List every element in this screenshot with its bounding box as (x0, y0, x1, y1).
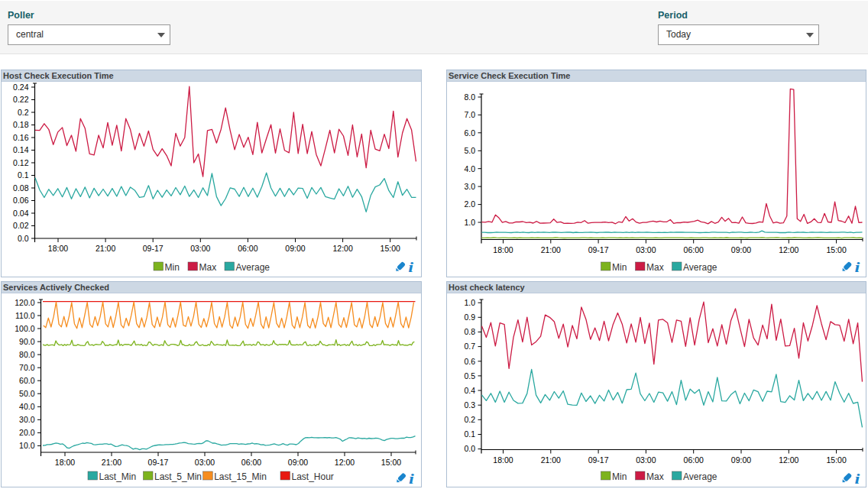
svg-text:0.06: 0.06 (13, 196, 29, 205)
svg-text:03:00: 03:00 (636, 455, 656, 465)
svg-text:21:00: 21:00 (541, 245, 561, 254)
svg-text:0.0: 0.0 (464, 444, 475, 453)
svg-text:Average: Average (236, 262, 270, 273)
svg-text:120.0: 120.0 (15, 298, 34, 307)
svg-text:100.0: 100.0 (15, 324, 34, 333)
svg-text:10.0: 10.0 (19, 441, 35, 450)
svg-text:50.0: 50.0 (19, 389, 35, 398)
svg-text:06:00: 06:00 (241, 458, 261, 467)
svg-text:03:00: 03:00 (195, 458, 215, 467)
svg-text:i: i (855, 259, 861, 276)
svg-text:3.0: 3.0 (464, 182, 475, 191)
svg-text:2.0: 2.0 (464, 199, 475, 209)
svg-text:03:00: 03:00 (190, 244, 210, 253)
svg-text:Average: Average (683, 471, 717, 482)
svg-text:06:00: 06:00 (684, 455, 704, 465)
svg-text:0.6: 0.6 (464, 357, 475, 366)
svg-text:12:00: 12:00 (779, 245, 798, 254)
svg-text:1.0: 1.0 (464, 218, 475, 227)
svg-text:21:00: 21:00 (102, 458, 121, 467)
svg-text:0.9: 0.9 (464, 313, 475, 322)
svg-text:Last_5_Min: Last_5_Min (154, 471, 202, 482)
svg-text:Min: Min (612, 471, 627, 482)
svg-text:09-17: 09-17 (588, 455, 609, 465)
svg-text:i: i (855, 470, 861, 487)
svg-text:09-17: 09-17 (588, 245, 609, 254)
svg-text:60.0: 60.0 (19, 376, 35, 385)
svg-text:0.24: 0.24 (13, 83, 29, 92)
svg-text:0.0: 0.0 (18, 234, 29, 243)
svg-text:40.0: 40.0 (19, 402, 35, 411)
svg-text:06:00: 06:00 (238, 244, 257, 253)
svg-text:0.1: 0.1 (464, 429, 475, 439)
svg-text:Max: Max (646, 471, 664, 482)
svg-text:06:00: 06:00 (684, 245, 704, 254)
svg-text:21:00: 21:00 (541, 455, 561, 465)
svg-text:Average: Average (683, 262, 717, 273)
svg-text:Last_Hour: Last_Hour (292, 471, 334, 482)
svg-text:0.3: 0.3 (464, 400, 475, 410)
svg-text:0.5: 0.5 (464, 371, 475, 381)
svg-text:0.16: 0.16 (13, 133, 29, 142)
svg-text:09:00: 09:00 (731, 455, 751, 465)
svg-text:18:00: 18:00 (493, 245, 513, 254)
svg-text:5.0: 5.0 (464, 146, 475, 155)
svg-text:21:00: 21:00 (96, 244, 115, 253)
svg-text:09-17: 09-17 (148, 458, 169, 467)
svg-text:80.0: 80.0 (19, 350, 35, 359)
svg-text:15:00: 15:00 (381, 458, 401, 467)
svg-text:09:00: 09:00 (731, 245, 751, 254)
svg-text:1.0: 1.0 (464, 298, 475, 307)
svg-text:i: i (408, 259, 414, 276)
svg-text:Max: Max (199, 262, 217, 273)
svg-text:6.0: 6.0 (464, 128, 475, 138)
svg-text:18:00: 18:00 (48, 244, 68, 253)
svg-text:4.0: 4.0 (464, 164, 475, 173)
svg-text:0.04: 0.04 (13, 209, 29, 218)
svg-text:0.7: 0.7 (464, 342, 475, 351)
svg-text:Min: Min (165, 262, 180, 273)
svg-text:Last_15_Min: Last_15_Min (214, 471, 267, 482)
svg-text:12:00: 12:00 (332, 244, 352, 253)
svg-text:0.18: 0.18 (13, 120, 29, 129)
svg-text:0.12: 0.12 (13, 158, 29, 167)
svg-text:20.0: 20.0 (19, 428, 35, 437)
svg-text:8.0: 8.0 (464, 92, 475, 102)
svg-text:110.0: 110.0 (15, 311, 35, 320)
svg-text:Max: Max (646, 262, 664, 273)
svg-text:0.2: 0.2 (464, 415, 475, 424)
svg-text:15:00: 15:00 (826, 455, 846, 465)
svg-text:18:00: 18:00 (493, 455, 513, 465)
svg-text:18:00: 18:00 (55, 458, 75, 467)
svg-text:0.8: 0.8 (464, 327, 475, 336)
svg-text:03:00: 03:00 (636, 245, 656, 254)
svg-text:0.1: 0.1 (18, 170, 29, 180)
svg-text:0.4: 0.4 (464, 386, 475, 395)
svg-text:15:00: 15:00 (381, 244, 400, 253)
svg-text:12:00: 12:00 (779, 455, 798, 465)
svg-text:09:00: 09:00 (285, 244, 305, 253)
svg-text:0.2: 0.2 (18, 108, 29, 117)
svg-text:30.0: 30.0 (19, 415, 35, 424)
svg-text:i: i (409, 470, 415, 487)
svg-text:Min: Min (612, 262, 627, 273)
svg-text:7.0: 7.0 (464, 110, 475, 119)
svg-text:0.02: 0.02 (13, 221, 29, 230)
svg-text:0.14: 0.14 (13, 145, 29, 154)
svg-text:0.08: 0.08 (13, 183, 29, 193)
svg-text:09-17: 09-17 (143, 244, 164, 253)
svg-text:0.22: 0.22 (13, 95, 29, 104)
svg-text:90.0: 90.0 (19, 337, 35, 346)
svg-text:12:00: 12:00 (335, 458, 355, 467)
svg-text:15:00: 15:00 (826, 245, 846, 254)
svg-text:70.0: 70.0 (19, 363, 35, 372)
svg-text:09:00: 09:00 (288, 458, 308, 467)
svg-text:Last_Min: Last_Min (99, 471, 137, 482)
